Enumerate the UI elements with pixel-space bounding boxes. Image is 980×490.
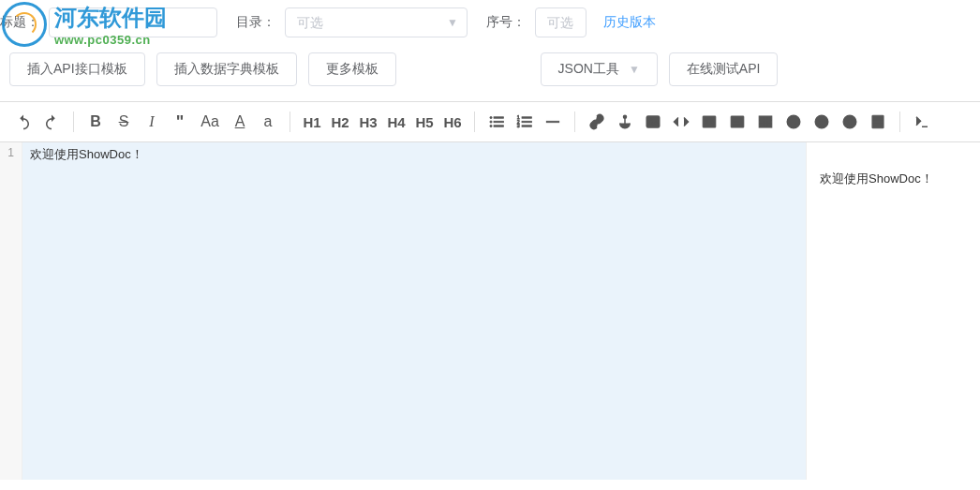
directory-select-input[interactable] [285,7,468,37]
bold-icon[interactable]: B [82,108,110,136]
quote-icon[interactable]: " [166,108,194,136]
image-icon[interactable] [639,108,667,136]
font-case-icon[interactable]: Aa [194,108,226,136]
svg-rect-10 [522,121,532,123]
code-content[interactable]: 欢迎使用ShowDoc！ [22,142,806,480]
code-block-icon[interactable] [695,108,723,136]
preview-content: 欢迎使用ShowDoc！ [820,171,967,187]
line-gutter: 1 [0,142,22,480]
svg-point-1 [490,121,492,123]
h2-button[interactable]: H2 [326,114,354,130]
ordered-list-icon[interactable]: 123 [511,108,539,136]
svg-rect-9 [522,117,532,119]
preview-panel: 欢迎使用ShowDoc！ [807,142,980,480]
directory-select[interactable]: ▼ [285,7,468,37]
svg-point-22 [824,120,825,122]
pagebreak-icon[interactable] [864,108,892,136]
history-link[interactable]: 历史版本 [603,14,656,31]
preformatted-icon[interactable] [723,108,751,136]
unordered-list-icon[interactable] [483,108,511,136]
svg-text:C: C [847,118,853,126]
datetime-icon[interactable] [780,108,808,136]
svg-point-2 [490,125,492,126]
svg-text:3: 3 [517,123,520,128]
json-tool-button[interactable]: JSON工具 ▼ [541,52,658,86]
sequence-label: 序号： [486,14,526,31]
chevron-down-icon: ▼ [629,63,640,76]
svg-point-20 [815,115,828,128]
h1-button[interactable]: H1 [298,114,326,130]
h3-button[interactable]: H3 [354,114,382,130]
svg-rect-11 [522,126,532,127]
svg-rect-3 [494,117,504,119]
sequence-input[interactable] [535,7,587,37]
font-color-icon[interactable]: A [226,108,254,136]
svg-point-13 [624,115,627,118]
h6-button[interactable]: H6 [438,114,467,130]
line-number: 1 [0,146,22,159]
editor-area: 1 欢迎使用ShowDoc！ 欢迎使用ShowDoc！ [0,142,980,480]
svg-rect-18 [759,116,772,127]
insert-api-template-button[interactable]: 插入API接口模板 [9,52,145,86]
title-label: 标题： [0,14,39,31]
svg-rect-16 [703,116,716,127]
svg-rect-5 [494,126,504,127]
italic-icon[interactable]: I [138,108,166,136]
anchor-icon[interactable] [611,108,639,136]
undo-icon[interactable] [9,108,37,136]
template-button-row: 插入API接口模板 插入数据字典模板 更多模板 JSON工具 ▼ 在线测试API [0,45,980,101]
code-panel: 1 欢迎使用ShowDoc！ [0,142,807,480]
test-api-button[interactable]: 在线测试API [669,52,779,86]
directory-label: 目录： [236,14,275,31]
editor-toolbar: B S I " Aa A a H1 H2 H3 H4 H5 H6 123 C [0,101,980,142]
svg-point-0 [490,116,492,118]
strikethrough-icon[interactable]: S [110,108,138,136]
more-template-button[interactable]: 更多模板 [308,52,396,86]
terminal-icon[interactable] [908,108,936,136]
top-form-row: 标题： 目录： ▼ 序号： 历史版本 [0,0,980,45]
svg-point-21 [819,120,821,122]
svg-rect-25 [872,115,883,128]
horizontal-rule-icon[interactable] [539,108,567,136]
json-tool-label: JSON工具 [558,61,619,78]
insert-dict-template-button[interactable]: 插入数据字典模板 [156,52,297,86]
emoji-icon[interactable] [808,108,836,136]
svg-rect-12 [546,121,559,123]
table-icon[interactable] [751,108,780,136]
special-char-icon[interactable]: C [836,108,864,136]
code-icon[interactable] [667,108,695,136]
link-icon[interactable] [583,108,611,136]
title-input[interactable] [49,7,217,37]
code-line: 欢迎使用ShowDoc！ [30,147,143,161]
font-size-icon[interactable]: a [254,108,282,136]
h4-button[interactable]: H4 [382,114,410,130]
svg-rect-4 [494,121,504,123]
redo-icon[interactable] [37,108,66,136]
h5-button[interactable]: H5 [410,114,438,130]
